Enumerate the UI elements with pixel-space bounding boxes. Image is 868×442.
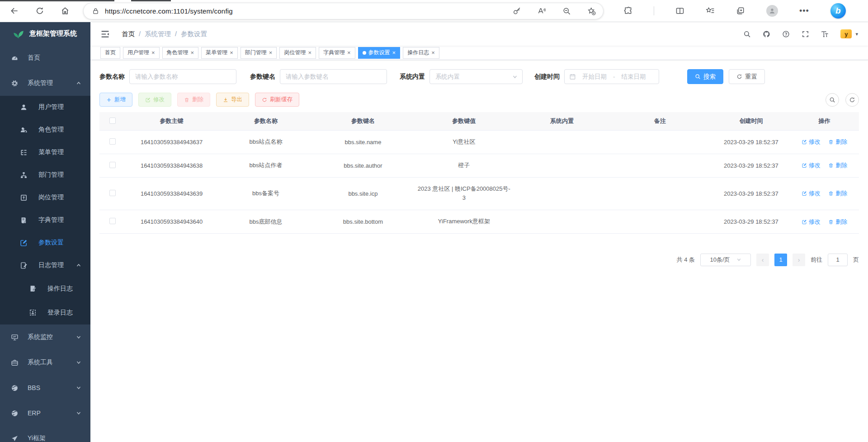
add-button[interactable]: 新增 bbox=[99, 93, 132, 107]
tab-operation-log[interactable]: 操作日志× bbox=[403, 47, 439, 59]
date-range-picker[interactable]: 开始日期 - 结束日期 bbox=[564, 69, 659, 84]
sidebar-item-system-monitor[interactable]: 系统监控 bbox=[0, 324, 90, 350]
close-icon[interactable]: × bbox=[392, 50, 396, 56]
row-delete-link[interactable]: 删除 bbox=[828, 161, 847, 169]
breadcrumb-home[interactable]: 首页 bbox=[122, 30, 135, 38]
breadcrumb-system: 系统管理 bbox=[145, 30, 171, 38]
reload-button[interactable] bbox=[35, 6, 44, 15]
header-search-icon[interactable] bbox=[743, 30, 751, 38]
goto-page-input[interactable] bbox=[828, 254, 848, 266]
sidebar-item-role-management[interactable]: 角色管理 bbox=[0, 118, 90, 141]
close-icon[interactable]: × bbox=[269, 50, 273, 56]
next-page-button[interactable]: › bbox=[793, 254, 805, 266]
tab-home[interactable]: 首页 bbox=[100, 47, 120, 59]
row-checkbox[interactable] bbox=[109, 218, 116, 224]
url-text[interactable]: https://ccnetcore.com:1101/system/config bbox=[105, 7, 233, 15]
font-size-icon[interactable] bbox=[821, 30, 829, 38]
browser-profile-avatar[interactable] bbox=[766, 5, 778, 17]
docs-question-icon[interactable] bbox=[782, 30, 790, 38]
row-checkbox[interactable] bbox=[109, 162, 116, 168]
row-checkbox[interactable] bbox=[109, 138, 116, 145]
export-button[interactable]: 导出 bbox=[216, 93, 249, 107]
sidebar-item-log-management[interactable]: 日志管理 bbox=[0, 254, 90, 277]
tab-user-management[interactable]: 用户管理× bbox=[123, 47, 160, 59]
row-delete-link[interactable]: 删除 bbox=[828, 218, 847, 226]
table-row[interactable]: 1641030593384943640 bbs底部信息 bbs.site.bot… bbox=[99, 210, 859, 234]
tab-parameter-settings[interactable]: 参数设置× bbox=[358, 47, 401, 59]
password-key-icon[interactable] bbox=[513, 7, 521, 15]
read-aloud-icon[interactable] bbox=[538, 7, 546, 15]
toggle-search-button[interactable] bbox=[826, 93, 839, 107]
sidebar-item-login-log[interactable]: 登录日志 bbox=[0, 301, 90, 324]
refresh-cache-button[interactable]: 刷新缓存 bbox=[255, 93, 299, 107]
sidebar-item-system-management[interactable]: 系统管理 bbox=[0, 71, 90, 96]
favorites-bar-icon[interactable] bbox=[706, 6, 715, 15]
sidebar-item-parameter-settings[interactable]: 参数设置 bbox=[0, 231, 90, 254]
sidebar-item-erp[interactable]: ERP bbox=[0, 400, 90, 426]
table-row[interactable]: 1641030593384943637 bbs站点名称 bbs.site.nam… bbox=[99, 131, 859, 154]
param-name-input[interactable] bbox=[129, 69, 236, 84]
app-title: 意框架管理系统 bbox=[29, 29, 77, 38]
close-icon[interactable]: × bbox=[431, 50, 435, 56]
fullscreen-icon[interactable] bbox=[802, 30, 809, 38]
extensions-icon[interactable] bbox=[623, 6, 632, 15]
param-key-input[interactable] bbox=[280, 69, 387, 84]
select-all-checkbox[interactable] bbox=[109, 118, 116, 124]
tree-list-icon bbox=[20, 149, 28, 156]
copilot-icon[interactable]: b bbox=[830, 3, 846, 19]
sidebar-item-operation-log[interactable]: 操作日志 bbox=[0, 277, 90, 301]
sidebar-item-post-management[interactable]: 岗位管理 bbox=[0, 186, 90, 209]
search-button[interactable]: 搜索 bbox=[687, 69, 723, 84]
collapse-sidebar-icon[interactable] bbox=[100, 29, 110, 39]
refresh-table-button[interactable] bbox=[845, 93, 859, 107]
row-delete-link[interactable]: 删除 bbox=[828, 138, 847, 146]
page-content: 参数名称 参数键名 系统内置 系统内置 创建时间 开始日期 - 结束日期 bbox=[90, 60, 868, 442]
sidebar-item-user-management[interactable]: 用户管理 bbox=[0, 96, 90, 118]
split-screen-icon[interactable] bbox=[675, 6, 684, 15]
site-lock-icon[interactable] bbox=[92, 7, 99, 15]
row-edit-link[interactable]: 修改 bbox=[802, 189, 821, 197]
more-menu-icon[interactable]: ••• bbox=[799, 6, 809, 16]
page-size-select[interactable]: 10条/页 bbox=[700, 254, 751, 266]
prev-page-button[interactable]: ‹ bbox=[756, 254, 769, 266]
tab-menu-management[interactable]: 菜单管理× bbox=[201, 47, 238, 59]
row-edit-link[interactable]: 修改 bbox=[802, 218, 821, 226]
reset-button[interactable]: 重置 bbox=[729, 69, 765, 84]
sidebar-item-yi-framework[interactable]: Yi框架 bbox=[0, 426, 90, 442]
table-row[interactable]: 1641030593384943638 bbs站点作者 bbs.site.aut… bbox=[99, 154, 859, 177]
sidebar-item-label: 参数设置 bbox=[38, 239, 64, 247]
close-icon[interactable]: × bbox=[191, 50, 194, 56]
collections-icon[interactable] bbox=[736, 6, 745, 15]
close-icon[interactable]: × bbox=[347, 50, 351, 56]
tab-dept-management[interactable]: 部门管理× bbox=[241, 47, 277, 59]
edit-button[interactable]: 修改 bbox=[138, 93, 171, 107]
row-delete-link[interactable]: 删除 bbox=[828, 189, 847, 197]
github-icon[interactable] bbox=[763, 30, 770, 38]
user-menu[interactable]: y ▾ bbox=[840, 29, 858, 38]
current-page-button[interactable]: 1 bbox=[774, 254, 787, 266]
add-favorite-icon[interactable] bbox=[587, 7, 596, 15]
sidebar-item-dict-management[interactable]: 字典管理 bbox=[0, 209, 90, 231]
row-edit-link[interactable]: 修改 bbox=[802, 161, 821, 169]
sidebar-item-home[interactable]: 首页 bbox=[0, 45, 90, 71]
sidebar-item-system-tools[interactable]: 系统工具 bbox=[0, 350, 90, 375]
close-icon[interactable]: × bbox=[308, 50, 311, 56]
close-icon[interactable]: × bbox=[151, 50, 155, 56]
user-avatar[interactable]: y bbox=[840, 29, 852, 38]
row-checkbox[interactable] bbox=[109, 190, 116, 196]
builtin-select[interactable]: 系统内置 bbox=[429, 69, 523, 84]
table-row[interactable]: 1641030593384943639 bbs备案号 bbs.site.icp … bbox=[99, 177, 859, 210]
close-icon[interactable]: × bbox=[230, 50, 233, 56]
home-button[interactable] bbox=[61, 6, 70, 15]
tab-dict-management[interactable]: 字典管理× bbox=[319, 47, 355, 59]
tab-post-management[interactable]: 岗位管理× bbox=[279, 47, 316, 59]
zoom-out-icon[interactable] bbox=[562, 7, 571, 15]
back-button[interactable] bbox=[10, 6, 19, 15]
sidebar-item-menu-management[interactable]: 菜单管理 bbox=[0, 141, 90, 164]
sidebar-item-dept-management[interactable]: 部门管理 bbox=[0, 164, 90, 186]
address-bar[interactable]: https://ccnetcore.com:1101/system/config bbox=[83, 3, 604, 19]
delete-button[interactable]: 删除 bbox=[177, 93, 210, 107]
row-edit-link[interactable]: 修改 bbox=[802, 138, 821, 146]
sidebar-item-bbs[interactable]: BBS bbox=[0, 375, 90, 400]
tab-role-management[interactable]: 角色管理× bbox=[162, 47, 199, 59]
